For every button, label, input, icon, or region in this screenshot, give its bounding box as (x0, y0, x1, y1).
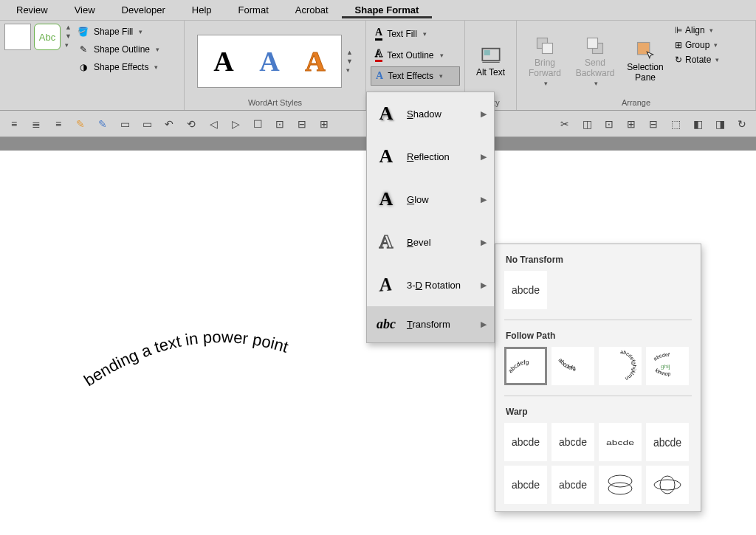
fx-3d-rotation[interactable]: A 3-D Rotation ▶ (367, 263, 494, 306)
warp-plain[interactable]: abcde (504, 423, 547, 461)
warp-chevron-up[interactable]: abcde (504, 466, 547, 504)
menu-developer[interactable]: Developer (109, 1, 179, 18)
shape-gallery-down-icon[interactable]: ▼ (65, 32, 72, 40)
alt-text-icon (481, 45, 501, 66)
tool-icon[interactable]: ⊟ (294, 116, 310, 132)
text-fill-label: Text Fill (387, 29, 417, 39)
svg-text:abcdefg: abcdefg (507, 359, 529, 374)
group-icon: ⊞ (675, 40, 682, 50)
wordart-down-icon[interactable]: ▼ (346, 58, 353, 65)
tool-icon[interactable]: ≡ (50, 116, 66, 132)
chevron-right-icon: ▶ (481, 320, 487, 329)
send-backward-button[interactable]: Send Backward▾ (571, 24, 619, 98)
menu-view[interactable]: View (61, 1, 109, 18)
shape-gallery-more-icon[interactable]: ▾ (65, 41, 72, 49)
tool-icon[interactable]: ⊟ (645, 116, 662, 132)
tool-icon[interactable]: ≣ (28, 116, 44, 132)
group-button[interactable]: ⊞Group▾ (672, 38, 722, 52)
alt-text-button[interactable]: Alt Text (470, 24, 512, 98)
tool-icon[interactable]: ⊡ (601, 116, 617, 132)
transform-button[interactable]: abcdefghijklmnop (646, 347, 689, 385)
menu-format[interactable]: Format (225, 1, 282, 18)
svg-rect-3 (543, 43, 553, 53)
transform-none[interactable]: abcde (504, 271, 547, 309)
warp-ring-outside[interactable] (646, 466, 689, 504)
text-effects-button[interactable]: A Text Effects ▾ (371, 66, 460, 86)
svg-text:ghij: ghij (661, 363, 670, 370)
warp-title: Warp (495, 396, 701, 423)
group-btn-label: Group (685, 40, 709, 50)
wordart-up-icon[interactable]: ▲ (346, 49, 353, 56)
menu-shape-format[interactable]: Shape Format (342, 1, 433, 18)
warp-triangle-down[interactable]: abcde (646, 423, 689, 461)
tool-icon[interactable]: ⬚ (667, 116, 684, 132)
chevron-down-icon: ▾ (709, 27, 713, 34)
wordart-more-icon[interactable]: ▾ (346, 66, 353, 74)
tool-icon[interactable]: ◧ (690, 116, 706, 132)
fx-transform[interactable]: abc Transform ▶ (367, 306, 494, 342)
wordart-gallery[interactable]: A A A (197, 35, 342, 88)
menu-help[interactable]: Help (179, 1, 225, 18)
tool-icon[interactable]: ⟲ (183, 116, 199, 132)
transform-arch-up[interactable]: abcdefg (504, 347, 547, 385)
fx-shadow-label: Shadow (407, 108, 441, 120)
curved-text-object[interactable]: bending a text in power point (81, 313, 362, 404)
tool-icon[interactable]: ▭ (139, 116, 155, 132)
tool-icon[interactable]: ✂ (557, 116, 573, 132)
tool-icon[interactable]: ▷ (227, 116, 244, 132)
tool-icon[interactable]: ⊞ (316, 116, 332, 132)
text-outline-button[interactable]: A Text Outline ▾ (371, 45, 460, 65)
shape-fill-button[interactable]: 🪣 Shape Fill ▾ (75, 24, 162, 40)
tool-icon[interactable]: ⊡ (272, 116, 288, 132)
rotate-button[interactable]: ↻Rotate▾ (672, 53, 722, 66)
svg-point-15 (608, 483, 632, 494)
group-label-wordart: WordArt Styles (189, 98, 361, 108)
transform-circle[interactable]: abcdefghijklmn (599, 347, 642, 385)
tool-icon[interactable]: ◫ (579, 116, 595, 132)
tool-icon[interactable]: ↻ (734, 116, 750, 132)
transform-panel: No Transform abcde Follow Path abcdefg a… (495, 244, 701, 512)
group-label-arrange: Arrange (521, 98, 751, 108)
wordart-style-1[interactable]: A (202, 40, 245, 83)
fx-shadow[interactable]: A Shadow ▶ (367, 92, 494, 135)
tool-icon[interactable]: ✎ (72, 116, 89, 132)
tool-icon[interactable]: ◁ (205, 116, 221, 132)
shape-gallery-up-icon[interactable]: ▲ (65, 24, 72, 31)
menu-acrobat[interactable]: Acrobat (282, 1, 342, 18)
shape-style-thumb-1[interactable] (4, 24, 31, 50)
shape-effects-button[interactable]: ◑ Shape Effects ▾ (75, 59, 162, 75)
menu-review[interactable]: Review (3, 1, 61, 18)
fx-glow[interactable]: A Glow ▶ (367, 178, 494, 221)
align-label: Align (685, 25, 705, 35)
shape-fill-label: Shape Fill (94, 27, 133, 37)
text-fill-button[interactable]: A Text Fill ▾ (371, 24, 460, 44)
group-label-shape-styles (4, 98, 179, 108)
shape-style-thumb-2[interactable]: Abc (34, 24, 61, 50)
tool-icon[interactable]: ◨ (712, 116, 728, 132)
transform-arch-down[interactable]: abcdefg (551, 347, 594, 385)
warp-stop[interactable]: abcde (551, 423, 594, 461)
warp-ring-inside[interactable] (599, 466, 642, 504)
chevron-right-icon: ▶ (481, 109, 487, 119)
chevron-down-icon: ▾ (715, 56, 719, 63)
wordart-style-2[interactable]: A (248, 40, 291, 83)
fx-bevel-label: Bevel (407, 237, 431, 248)
fx-bevel[interactable]: A Bevel ▶ (367, 221, 494, 263)
svg-rect-1 (484, 50, 489, 55)
wordart-style-3[interactable]: A (294, 40, 337, 83)
tool-icon[interactable]: ⊞ (623, 116, 639, 132)
tool-icon[interactable]: ▭ (117, 116, 133, 132)
fx-reflection[interactable]: A Reflection ▶ (367, 135, 494, 178)
menu-bar: Review View Developer Help Format Acroba… (0, 0, 756, 21)
chevron-right-icon: ▶ (481, 195, 487, 204)
tool-icon[interactable]: ☐ (250, 116, 266, 132)
tool-icon[interactable]: ≡ (6, 116, 22, 132)
selection-pane-button[interactable]: Selection Pane (622, 24, 669, 98)
warp-chevron-down[interactable]: abcde (551, 466, 594, 504)
bring-forward-button[interactable]: Bring Forward▾ (521, 24, 568, 98)
tool-icon[interactable]: ↶ (161, 116, 177, 132)
tool-icon[interactable]: ✎ (94, 116, 111, 132)
align-button[interactable]: ⊫Align▾ (672, 24, 722, 37)
warp-triangle-up[interactable]: abcde (599, 423, 642, 461)
shape-outline-button[interactable]: ✎ Shape Outline ▾ (75, 41, 162, 58)
